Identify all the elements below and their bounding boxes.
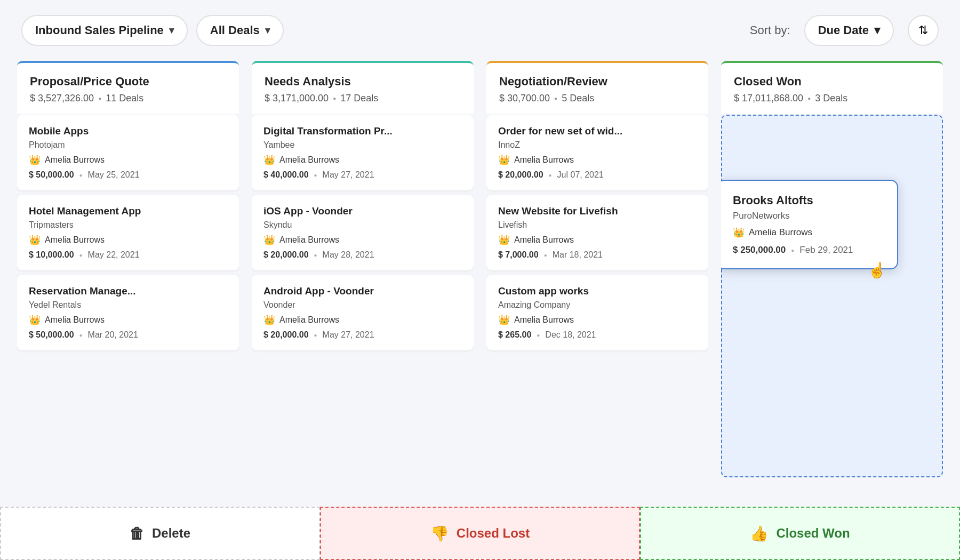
card-owner-name: Amelia Burrows xyxy=(45,155,105,165)
column-header-proposal: Proposal/Price Quote$ 3,527,326.00●11 De… xyxy=(17,61,239,114)
card-title: Hotel Management App xyxy=(29,205,227,217)
sort-order-button[interactable]: ⇅ xyxy=(908,15,939,46)
column-meta-closed-won: $ 17,011,868.00●3 Deals xyxy=(734,93,930,104)
crown-icon: 👑 xyxy=(498,234,510,246)
popup-footer: $ 250,000.00 ● Feb 29, 2021 xyxy=(733,245,882,255)
card-footer: $ 20,000.00 ● May 27, 2021 xyxy=(263,330,462,340)
deal-card[interactable]: Order for new set of wid... InnoZ 👑 Amel… xyxy=(486,115,708,190)
card-dot: ● xyxy=(537,332,540,338)
card-dot: ● xyxy=(79,172,83,178)
column-count: 3 Deals xyxy=(815,93,847,104)
card-owner-name: Amelia Burrows xyxy=(279,235,339,245)
card-date: May 22, 2021 xyxy=(88,250,140,260)
closed-won-label: Closed Won xyxy=(776,526,850,541)
card-footer: $ 50,000.00 ● May 25, 2021 xyxy=(29,170,227,180)
sort-chevron: ▾ xyxy=(874,23,880,37)
card-owner: 👑 Amelia Burrows xyxy=(498,234,697,246)
cards-area-proposal: Mobile Apps Photojam 👑 Amelia Burrows $ … xyxy=(17,115,239,477)
closed-lost-button[interactable]: 👎 Closed Lost xyxy=(320,507,640,560)
card-footer: $ 10,000.00 ● May 22, 2021 xyxy=(29,250,227,260)
meta-dot: ● xyxy=(98,95,101,101)
cards-area-closed-won: Brooks Altofts PuroNetworks 👑 Amelia Bur… xyxy=(721,115,943,477)
deal-card[interactable]: Custom app works Amazing Company 👑 Ameli… xyxy=(486,275,708,350)
card-title: Order for new set of wid... xyxy=(498,125,697,137)
card-date: Mar 18, 2021 xyxy=(553,250,603,260)
crown-icon: 👑 xyxy=(263,234,275,246)
card-dot: ● xyxy=(549,172,552,178)
card-footer: $ 50,000.00 ● Mar 20, 2021 xyxy=(29,330,227,340)
deal-card[interactable]: Mobile Apps Photojam 👑 Amelia Burrows $ … xyxy=(17,115,239,190)
popup-owner-name: Amelia Burrows xyxy=(749,227,812,238)
card-company: Photojam xyxy=(29,140,227,150)
card-title: New Website for Livefish xyxy=(498,205,697,217)
card-amount: $ 20,000.00 xyxy=(263,330,309,340)
sort-dropdown[interactable]: Due Date ▾ xyxy=(804,15,894,46)
pipeline-chevron: ▾ xyxy=(169,25,174,36)
header: Inbound Sales Pipeline ▾ All Deals ▾ Sor… xyxy=(0,0,960,61)
thumbs-down-icon: 👎 xyxy=(430,525,449,542)
card-owner: 👑 Amelia Burrows xyxy=(29,314,227,326)
deal-card[interactable]: Android App - Voonder Voonder 👑 Amelia B… xyxy=(252,275,474,350)
deal-card[interactable]: Reservation Manage... Yedel Rentals 👑 Am… xyxy=(17,275,239,350)
card-company: Yambee xyxy=(263,140,462,150)
column-meta-needs-analysis: $ 3,171,000.00●17 Deals xyxy=(265,93,461,104)
card-date: Jul 07, 2021 xyxy=(557,170,604,180)
popup-owner: 👑 Amelia Burrows xyxy=(733,227,882,238)
column-meta-proposal: $ 3,527,326.00●11 Deals xyxy=(30,93,226,104)
column-needs-analysis: Needs Analysis$ 3,171,000.00●17 Deals Di… xyxy=(245,61,480,530)
card-company: Tripmasters xyxy=(29,220,227,230)
card-dot: ● xyxy=(314,172,317,178)
sort-value: Due Date xyxy=(818,23,869,37)
popup-amount: $ 250,000.00 xyxy=(733,245,786,255)
card-date: May 28, 2021 xyxy=(323,250,374,260)
card-company: Yedel Rentals xyxy=(29,300,227,310)
card-date: May 27, 2021 xyxy=(323,330,374,340)
column-total: $ 17,011,868.00 xyxy=(734,93,803,104)
card-amount: $ 50,000.00 xyxy=(29,170,74,180)
card-owner: 👑 Amelia Burrows xyxy=(498,154,697,166)
column-header-closed-won: Closed Won$ 17,011,868.00●3 Deals xyxy=(721,61,943,114)
card-amount: $ 20,000.00 xyxy=(263,250,309,260)
closed-won-button[interactable]: 👍 Closed Won xyxy=(640,507,960,560)
card-company: Amazing Company xyxy=(498,300,697,310)
card-dot: ● xyxy=(314,332,317,338)
delete-button[interactable]: 🗑 Delete xyxy=(0,507,320,560)
card-owner-name: Amelia Burrows xyxy=(279,155,339,165)
crown-icon: 👑 xyxy=(29,234,41,246)
card-date: Mar 20, 2021 xyxy=(88,330,138,340)
meta-dot: ● xyxy=(333,95,336,101)
kanban-board: Proposal/Price Quote$ 3,527,326.00●11 De… xyxy=(0,61,960,530)
card-company: Skyndu xyxy=(263,220,462,230)
deal-popup-card[interactable]: Brooks Altofts PuroNetworks 👑 Amelia Bur… xyxy=(721,180,898,269)
deals-dropdown[interactable]: All Deals ▾ xyxy=(196,15,284,46)
column-total: $ 30,700.00 xyxy=(499,93,550,104)
crown-icon: 👑 xyxy=(498,154,510,166)
popup-title: Brooks Altofts xyxy=(733,194,882,207)
column-title-proposal: Proposal/Price Quote xyxy=(30,75,226,89)
card-title: Custom app works xyxy=(498,285,697,297)
deal-card[interactable]: New Website for Livefish Livefish 👑 Amel… xyxy=(486,195,708,270)
column-count: 17 Deals xyxy=(340,93,378,104)
card-owner: 👑 Amelia Burrows xyxy=(263,154,462,166)
card-company: InnoZ xyxy=(498,140,697,150)
crown-icon: 👑 xyxy=(29,154,41,166)
column-title-needs-analysis: Needs Analysis xyxy=(265,75,461,89)
pipeline-dropdown[interactable]: Inbound Sales Pipeline ▾ xyxy=(21,15,188,46)
column-total: $ 3,171,000.00 xyxy=(265,93,329,104)
deal-card[interactable]: iOS App - Voonder Skyndu 👑 Amelia Burrow… xyxy=(252,195,474,270)
drop-zone-closed-won[interactable]: Brooks Altofts PuroNetworks 👑 Amelia Bur… xyxy=(721,115,943,477)
card-amount: $ 7,000.00 xyxy=(498,250,539,260)
crown-icon: 👑 xyxy=(29,314,41,326)
cards-area-negotiation: Order for new set of wid... InnoZ 👑 Amel… xyxy=(486,115,708,477)
card-dot: ● xyxy=(544,252,547,258)
delete-label: Delete xyxy=(152,526,190,541)
card-amount: $ 50,000.00 xyxy=(29,330,74,340)
card-amount: $ 265.00 xyxy=(498,330,531,340)
column-title-negotiation: Negotiation/Review xyxy=(499,75,695,89)
deal-card[interactable]: Hotel Management App Tripmasters 👑 Ameli… xyxy=(17,195,239,270)
deal-card[interactable]: Digital Transformation Pr... Yambee 👑 Am… xyxy=(252,115,474,190)
card-amount: $ 20,000.00 xyxy=(498,170,543,180)
card-footer: $ 7,000.00 ● Mar 18, 2021 xyxy=(498,250,697,260)
card-amount: $ 10,000.00 xyxy=(29,250,74,260)
card-title: Mobile Apps xyxy=(29,125,227,137)
